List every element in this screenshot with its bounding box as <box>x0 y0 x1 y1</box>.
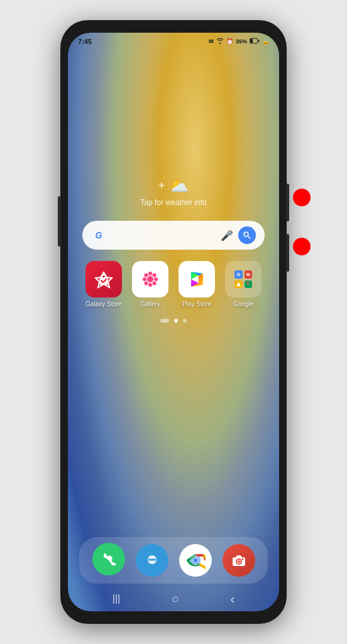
power-button[interactable] <box>286 184 289 221</box>
galaxy-store-icon <box>85 261 122 297</box>
page-dot-0 <box>160 319 169 323</box>
dock-messages-icon <box>136 544 168 577</box>
svg-point-9 <box>148 283 152 287</box>
play-store-label: Play Store <box>182 301 211 308</box>
dock-phone[interactable] <box>92 543 125 579</box>
status-bar: 7:45 ✉ ⏰ 35% <box>68 33 279 50</box>
svg-point-7 <box>147 276 153 282</box>
svg-point-14 <box>145 282 148 286</box>
lock-icon: 🔒 <box>262 38 269 45</box>
nav-bar: ||| ○ ‹ <box>68 586 279 611</box>
lens-icon[interactable] <box>238 226 256 244</box>
dock-camera[interactable] <box>223 544 255 577</box>
svg-point-4 <box>244 232 248 236</box>
svg-point-12 <box>145 274 148 277</box>
svg-point-32 <box>238 560 240 563</box>
svg-point-13 <box>153 274 157 277</box>
svg-point-28 <box>193 558 197 563</box>
search-bar[interactable]: G 🎤 <box>82 221 265 250</box>
app-galaxy-store[interactable]: Galaxy Store <box>85 261 122 308</box>
gallery-label: Gallery <box>140 301 160 308</box>
dock-messages[interactable] <box>136 544 168 577</box>
dock-phone-icon <box>92 543 125 575</box>
wifi-icon <box>216 38 224 45</box>
svg-point-25 <box>153 558 156 561</box>
svg-point-5 <box>245 233 246 235</box>
svg-marker-21 <box>236 282 241 286</box>
mic-icon[interactable]: 🎤 <box>221 230 233 242</box>
weather-icon-wrap: + ⛅ <box>158 176 189 196</box>
nav-home[interactable]: ○ <box>172 592 179 606</box>
weather-widget[interactable]: + ⛅ Tap for weather info <box>140 176 206 207</box>
svg-point-24 <box>151 558 153 561</box>
gallery-icon <box>132 261 168 297</box>
dock-chrome-icon <box>179 544 212 577</box>
svg-point-23 <box>148 558 151 561</box>
svg-point-0 <box>219 43 221 44</box>
phone-frame: 7:45 ✉ ⏰ 35% <box>60 20 287 624</box>
weather-plus-icon: + <box>158 179 165 192</box>
bixby-button[interactable] <box>286 234 289 272</box>
email-icon: ✉ <box>209 38 214 45</box>
weather-cloud-icon: ⛅ <box>168 176 189 196</box>
nav-back[interactable]: ‹ <box>231 592 235 606</box>
svg-point-15 <box>153 282 157 286</box>
weather-tap-text: Tap for weather info <box>140 198 206 207</box>
svg-rect-3 <box>250 39 253 43</box>
svg-point-34 <box>241 558 243 560</box>
google-icon: G M 📍 <box>225 261 262 297</box>
google-g-logo: G <box>91 228 106 243</box>
svg-marker-20 <box>199 274 203 285</box>
google-label: Google <box>233 301 253 308</box>
svg-rect-2 <box>258 40 260 42</box>
page-dots <box>160 319 187 323</box>
status-time: 7:45 <box>78 38 92 45</box>
app-play-store[interactable]: Play Store <box>179 261 215 308</box>
svg-point-10 <box>143 277 146 281</box>
phone-screen: 7:45 ✉ ⏰ 35% <box>68 33 279 611</box>
app-grid: Galaxy Store <box>82 261 265 308</box>
battery-icon <box>250 38 260 45</box>
content-area: + ⛅ Tap for weather info G 🎤 <box>68 50 279 611</box>
red-indicator-2 <box>293 238 311 255</box>
nav-recents[interactable]: ||| <box>113 593 120 604</box>
alarm-icon: ⏰ <box>226 38 233 45</box>
app-gallery[interactable]: Gallery <box>132 261 168 308</box>
battery-text: 35% <box>236 38 247 45</box>
svg-rect-33 <box>236 555 241 558</box>
dock-camera-icon <box>223 544 255 577</box>
play-store-icon <box>179 261 215 297</box>
svg-point-8 <box>148 272 152 275</box>
app-google[interactable]: G M 📍 Google <box>225 261 262 308</box>
red-indicator-1 <box>293 189 311 206</box>
page-dot-2 <box>183 319 187 323</box>
page-dot-1 <box>174 319 178 323</box>
dock <box>79 537 268 584</box>
status-icons: ✉ ⏰ 35% <box>209 38 269 45</box>
galaxy-store-label: Galaxy Store <box>85 301 122 308</box>
svg-point-11 <box>154 277 158 281</box>
dock-chrome[interactable] <box>179 544 212 577</box>
volume-button[interactable] <box>58 196 61 247</box>
